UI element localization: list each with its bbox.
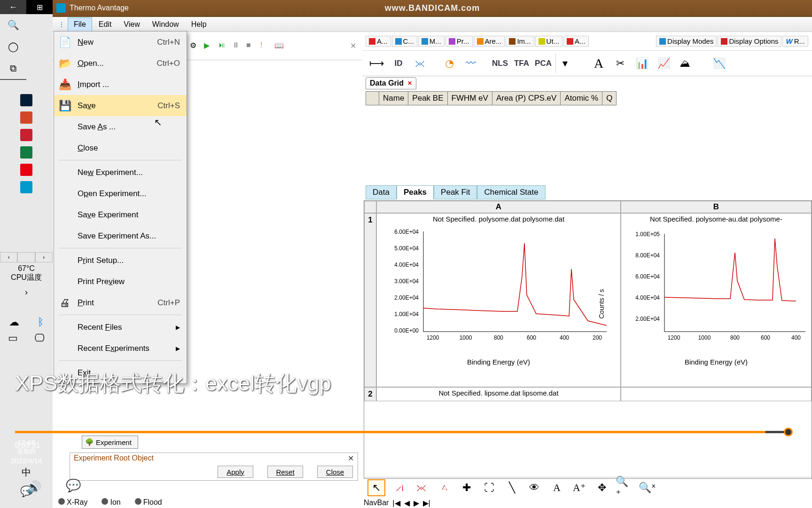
text-a-icon[interactable]: A (589, 54, 608, 73)
experiment-tab[interactable]: 🌳Experiment (82, 436, 138, 449)
monitor-icon[interactable]: 🖵 (34, 332, 45, 344)
col-area[interactable]: Area (P) CPS.eV (492, 92, 561, 105)
menu-file[interactable]: File (68, 17, 92, 32)
row-header-2[interactable]: 2 (364, 387, 376, 401)
expand-icon[interactable]: › (0, 287, 53, 297)
excel-icon[interactable] (20, 146, 32, 159)
cloud-icon[interactable]: ☁ (9, 316, 19, 328)
col-header-a[interactable]: A (376, 201, 621, 213)
tab-pr[interactable]: Pr... (445, 36, 473, 47)
tab-c[interactable]: C... (392, 36, 417, 47)
rewind-10-button[interactable]: ↺10 (359, 481, 374, 496)
corner-cell[interactable] (364, 201, 376, 213)
tfa-button[interactable]: TFA (512, 54, 531, 73)
tab-ut[interactable]: Ut... (535, 36, 563, 47)
menu-import[interactable]: 📥Import ... (54, 74, 187, 95)
edit-button[interactable]: ✎ (760, 480, 771, 495)
bluetooth-icon[interactable]: ᛒ (38, 316, 44, 328)
chart-bars-icon[interactable]: 📊 (632, 54, 651, 73)
menu-new-experiment[interactable]: New Experiment... (54, 162, 187, 183)
peak-icon[interactable]: ⩙ (411, 54, 429, 73)
chart-cell-a1[interactable]: Not Specified. polysome.dat polysome.dat… (376, 213, 621, 387)
ruler-icon[interactable]: ⟼ (367, 54, 386, 73)
scroll-left[interactable]: ‹ (0, 252, 17, 262)
menu-recent-experiments[interactable]: Recent Experiments▶ (54, 338, 187, 359)
tab-a[interactable]: A... (366, 36, 391, 47)
search-icon[interactable]: 🔍 (0, 14, 26, 36)
pca-button[interactable]: PCA (534, 54, 553, 73)
chart-cell-a2[interactable]: Not Specified. lipsome.dat lipsome.dat (376, 387, 621, 401)
col-header-b[interactable]: B (621, 201, 812, 213)
close-icon[interactable]: ✕ (350, 41, 356, 50)
menu-print[interactable]: 🖨PrintCtrl+P (54, 292, 187, 313)
alert-icon[interactable]: ! (260, 41, 271, 51)
col-fwhm[interactable]: FWHM eV (447, 92, 492, 105)
menu-close[interactable]: Close (54, 137, 187, 159)
id-button[interactable]: ID (389, 54, 408, 73)
play-step-icon[interactable]: ⏯ (218, 41, 228, 51)
menu-view[interactable]: View (118, 18, 145, 31)
col-blank[interactable] (366, 92, 379, 105)
menu-print-preview[interactable]: Print Preview (54, 271, 187, 292)
forward-30-button[interactable]: ↻30 (438, 481, 453, 496)
pause-icon[interactable]: ⏸ (232, 41, 242, 51)
row-header-1[interactable]: 1 (364, 213, 376, 387)
col-atomic[interactable]: Atomic % (561, 92, 602, 105)
nav-first-icon[interactable]: |◀ (392, 499, 400, 508)
tab-chemical-state[interactable]: Chemical State (477, 185, 545, 199)
ime-chinese[interactable]: 中 (0, 466, 53, 479)
chart-cell-b2[interactable] (621, 387, 812, 401)
curve-icon[interactable]: 〰 (461, 54, 480, 73)
scissors-icon[interactable]: ✂ (611, 54, 630, 73)
progress-thumb[interactable] (784, 428, 793, 437)
panel-close-icon[interactable]: ✕ (348, 454, 354, 463)
nav-next-icon[interactable]: ▶ (414, 499, 419, 508)
back-button[interactable]: ← (0, 0, 26, 14)
tab-peaks[interactable]: Peaks (397, 185, 434, 199)
chart-icon[interactable]: ◔ (440, 54, 459, 73)
stop-icon[interactable]: ■ (246, 41, 257, 51)
chart-3d-icon[interactable]: ⛰ (676, 54, 695, 73)
menu-new[interactable]: 📄NewCtrl+N (54, 32, 187, 53)
play-button[interactable]: ▷ (401, 480, 412, 497)
nav-last-icon[interactable]: ▶| (423, 499, 430, 508)
menu-save-experiment[interactable]: Save Experiment (54, 204, 187, 225)
menu-print-setup[interactable]: Print Setup... (54, 250, 187, 271)
scroll-track[interactable] (17, 252, 35, 262)
tab-display-options[interactable]: Display Options (718, 36, 781, 47)
dropdown-icon[interactable]: ▾ (555, 54, 574, 73)
tab-are[interactable]: Are... (474, 36, 505, 47)
home-icon[interactable] (20, 129, 32, 141)
windows-start[interactable]: ⊞ (26, 0, 53, 14)
chart-cell-b1[interactable]: Not Specified. polysome-au.dat polysome-… (621, 213, 812, 387)
scroll-right[interactable]: › (35, 252, 53, 262)
powerpoint-icon[interactable] (20, 111, 32, 124)
tab-peak-fit[interactable]: Peak Fit (434, 185, 477, 199)
menu-edit[interactable]: Edit (93, 18, 117, 31)
menu-window[interactable]: Window (147, 18, 185, 31)
menu-recent-files[interactable]: Recent Files▶ (54, 317, 187, 338)
menu-saveas[interactable]: Save As ... (54, 116, 187, 137)
tab-a2[interactable]: A... (563, 36, 589, 47)
apply-button[interactable]: Apply (218, 466, 253, 478)
col-q[interactable]: Q (602, 92, 617, 105)
menu-save-experiment-as[interactable]: Save Experiment As... (54, 225, 187, 246)
avantage-icon[interactable] (20, 181, 32, 193)
col-name[interactable]: Name (379, 92, 408, 105)
reset-button[interactable]: Reset (267, 466, 303, 478)
menu-open-experiment[interactable]: Open Experiment... (54, 183, 187, 204)
tab-close-icon[interactable]: ✕ (407, 80, 412, 87)
tab-r[interactable]: WR... (782, 36, 808, 47)
menu-help[interactable]: Help (186, 18, 212, 31)
taskview-icon[interactable]: ⧉ (0, 57, 26, 79)
menu-save[interactable]: 💾SaveCtrl+S (54, 95, 187, 116)
music-app-icon[interactable] (20, 164, 32, 176)
tab-m[interactable]: M... (418, 36, 445, 47)
video-progress-bar[interactable] (15, 431, 789, 433)
cortana-icon[interactable]: ◯ (0, 36, 26, 57)
gear-icon[interactable]: ⚙ (190, 41, 200, 51)
fullscreen-button[interactable]: ⛶ (785, 480, 797, 495)
nls-button[interactable]: NLS (491, 54, 509, 73)
tab-data[interactable]: Data (366, 185, 397, 199)
chart-line-icon[interactable]: 📈 (654, 54, 673, 73)
